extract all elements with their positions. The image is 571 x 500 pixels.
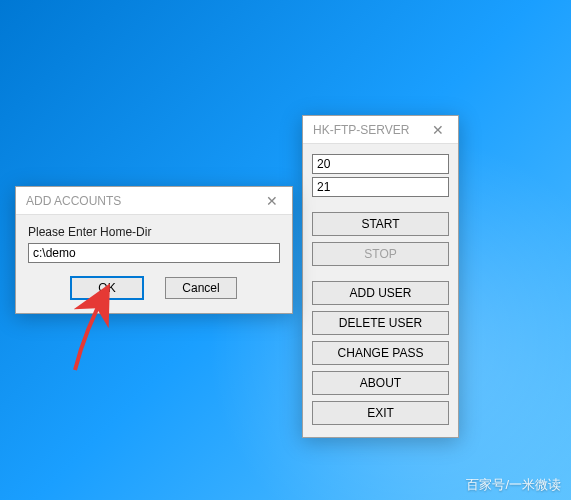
add-user-button[interactable]: ADD USER bbox=[312, 281, 449, 305]
ftp-body: START STOP ADD USER DELETE USER CHANGE P… bbox=[303, 144, 458, 437]
add-accounts-dialog: ADD ACCOUNTS ✕ Please Enter Home-Dir OK … bbox=[15, 186, 293, 314]
stop-button: STOP bbox=[312, 242, 449, 266]
exit-button[interactable]: EXIT bbox=[312, 401, 449, 425]
ok-button[interactable]: OK bbox=[71, 277, 143, 299]
dialog-button-row: OK Cancel bbox=[28, 277, 280, 299]
watermark: 百家号/一米微读 bbox=[466, 476, 561, 494]
dialog-close-button[interactable]: ✕ bbox=[252, 187, 292, 215]
dialog-title: ADD ACCOUNTS bbox=[26, 194, 121, 208]
ftp-server-window: HK-FTP-SERVER ✕ START STOP ADD USER DELE… bbox=[302, 115, 459, 438]
close-icon: ✕ bbox=[432, 122, 444, 138]
port2-input[interactable] bbox=[312, 177, 449, 197]
ftp-close-button[interactable]: ✕ bbox=[418, 116, 458, 144]
dialog-body: Please Enter Home-Dir OK Cancel bbox=[16, 215, 292, 313]
delete-user-button[interactable]: DELETE USER bbox=[312, 311, 449, 335]
ftp-title: HK-FTP-SERVER bbox=[313, 123, 409, 137]
cancel-button[interactable]: Cancel bbox=[165, 277, 237, 299]
start-button[interactable]: START bbox=[312, 212, 449, 236]
change-pass-button[interactable]: CHANGE PASS bbox=[312, 341, 449, 365]
home-dir-label: Please Enter Home-Dir bbox=[28, 225, 280, 239]
home-dir-input[interactable] bbox=[28, 243, 280, 263]
about-button[interactable]: ABOUT bbox=[312, 371, 449, 395]
dialog-titlebar[interactable]: ADD ACCOUNTS ✕ bbox=[16, 187, 292, 215]
port1-input[interactable] bbox=[312, 154, 449, 174]
ftp-titlebar[interactable]: HK-FTP-SERVER ✕ bbox=[303, 116, 458, 144]
close-icon: ✕ bbox=[266, 193, 278, 209]
